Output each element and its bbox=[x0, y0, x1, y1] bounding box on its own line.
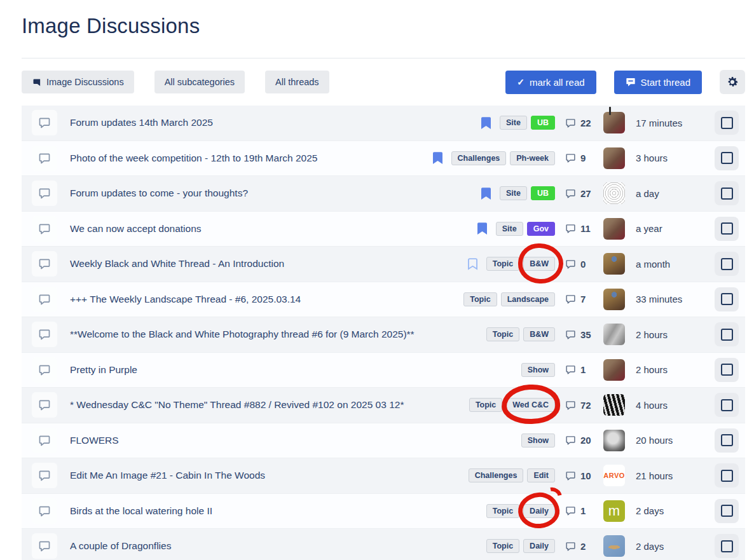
thread-title[interactable]: Forum updates to come - your thoughts? bbox=[70, 188, 481, 199]
select-thread-checkbox[interactable] bbox=[715, 322, 739, 346]
avatar-man[interactable] bbox=[603, 359, 625, 381]
avatar-arvo[interactable]: ARVO bbox=[603, 465, 625, 486]
last-activity-time[interactable]: 17 minutes bbox=[636, 118, 715, 128]
tag-challenges[interactable]: Challenges bbox=[451, 151, 507, 165]
tag-edit[interactable]: Edit bbox=[527, 468, 555, 482]
bookmark-outline-icon[interactable] bbox=[468, 258, 477, 270]
start-thread-button[interactable]: Start thread bbox=[614, 71, 702, 94]
select-thread-checkbox[interactable] bbox=[715, 393, 739, 417]
header-divider bbox=[22, 58, 745, 58]
tag-daily[interactable]: Daily bbox=[523, 539, 555, 553]
filter-all-threads[interactable]: All threads bbox=[265, 71, 329, 93]
bookmark-icon[interactable] bbox=[477, 222, 487, 235]
last-activity-time[interactable]: 33 minutes bbox=[636, 294, 715, 304]
tag-topic[interactable]: Topic bbox=[486, 539, 519, 553]
tag-ub[interactable]: UB bbox=[531, 116, 555, 130]
tag-group: SiteGov bbox=[496, 222, 555, 236]
bookmark-icon[interactable] bbox=[481, 188, 491, 200]
tag-daily[interactable]: Daily bbox=[523, 504, 555, 518]
avatar-spiral[interactable] bbox=[603, 182, 625, 204]
tag-topic[interactable]: Topic bbox=[486, 327, 519, 341]
last-activity-time[interactable]: 2 hours bbox=[636, 329, 715, 340]
select-thread-checkbox[interactable] bbox=[715, 428, 739, 453]
mark-all-read-button[interactable]: ✓ mark all read bbox=[505, 71, 596, 94]
avatar-man[interactable] bbox=[603, 112, 625, 133]
select-thread-checkbox[interactable] bbox=[715, 217, 739, 241]
thread-title[interactable]: +++ The Weekly Landscape Thread - #6, 20… bbox=[70, 294, 463, 305]
filter-image-discussions[interactable]: Image Discussions bbox=[22, 71, 134, 93]
last-activity-time[interactable]: 4 hours bbox=[636, 400, 715, 411]
select-thread-checkbox[interactable] bbox=[715, 181, 739, 205]
avatar-horse[interactable] bbox=[603, 289, 625, 310]
last-activity-time[interactable]: a year bbox=[636, 223, 715, 234]
avatar-bwperson[interactable] bbox=[603, 430, 625, 451]
last-activity-time[interactable]: 21 hours bbox=[636, 470, 715, 481]
thread-meta: TopicDaily bbox=[486, 504, 565, 518]
tag-landscape[interactable]: Landscape bbox=[501, 292, 555, 306]
thread-meta: Show bbox=[521, 363, 565, 377]
tag-b-w[interactable]: B&W bbox=[523, 327, 555, 341]
thread-title[interactable]: Weekly Black and White Thread - An Intro… bbox=[70, 258, 468, 270]
tag-b-w[interactable]: B&W bbox=[523, 257, 555, 271]
thread-title[interactable]: Birds at the local watering hole II bbox=[70, 505, 486, 517]
select-thread-checkbox[interactable] bbox=[715, 111, 739, 135]
checkbox-box bbox=[721, 152, 733, 164]
checkbox-box bbox=[721, 434, 733, 446]
tag-gov[interactable]: Gov bbox=[527, 222, 555, 236]
thread-title[interactable]: We can now accept donations bbox=[70, 223, 477, 235]
thread-bubble-icon bbox=[32, 357, 57, 383]
avatar-bwcar[interactable] bbox=[603, 324, 625, 345]
tag-site[interactable]: Site bbox=[500, 186, 527, 200]
tag-topic[interactable]: Topic bbox=[463, 292, 497, 306]
select-thread-checkbox[interactable] bbox=[715, 287, 739, 311]
comment-count-icon bbox=[565, 541, 576, 552]
settings-button[interactable] bbox=[720, 70, 745, 94]
tag-challenges[interactable]: Challenges bbox=[469, 468, 524, 482]
tag-site[interactable]: Site bbox=[496, 222, 523, 236]
bookmark-icon[interactable] bbox=[481, 117, 491, 129]
last-activity-time[interactable]: 20 hours bbox=[636, 435, 715, 446]
avatar-m[interactable]: m bbox=[603, 500, 625, 522]
checkbox-box bbox=[721, 258, 733, 270]
thread-title[interactable]: A couple of Dragonflies bbox=[70, 540, 486, 552]
tag-ub[interactable]: UB bbox=[531, 186, 555, 200]
last-activity-time[interactable]: 3 hours bbox=[636, 153, 715, 163]
avatar-zebra[interactable] bbox=[603, 394, 625, 416]
last-activity-time[interactable]: a day bbox=[636, 188, 715, 199]
thread-title[interactable]: Photo of the week competition - 12th to … bbox=[70, 153, 433, 164]
select-thread-checkbox[interactable] bbox=[715, 252, 739, 276]
tag-site[interactable]: Site bbox=[500, 116, 527, 130]
tag-group: SiteUB bbox=[500, 186, 555, 200]
tag-show[interactable]: Show bbox=[521, 363, 555, 377]
tag-topic[interactable]: Topic bbox=[486, 257, 519, 271]
thread-title[interactable]: * Wednesday C&C "No Theme" Thread #882 /… bbox=[70, 399, 469, 411]
select-thread-checkbox[interactable] bbox=[715, 146, 739, 170]
avatar-man[interactable] bbox=[603, 147, 625, 169]
last-activity-time[interactable]: a month bbox=[636, 259, 715, 270]
tag-wed-c-c[interactable]: Wed C&C bbox=[506, 398, 555, 412]
tag-show[interactable]: Show bbox=[521, 434, 555, 447]
bookmark-icon[interactable] bbox=[433, 152, 442, 164]
thread-title[interactable]: **Welcome to the Black and White Photogr… bbox=[70, 329, 486, 340]
avatar-man[interactable] bbox=[603, 218, 625, 240]
tag-topic[interactable]: Topic bbox=[486, 504, 519, 518]
last-activity-time[interactable]: 2 days bbox=[636, 541, 715, 552]
thread-title[interactable]: FLOWERS bbox=[70, 435, 521, 446]
select-thread-checkbox[interactable] bbox=[715, 499, 739, 523]
select-thread-checkbox[interactable] bbox=[715, 534, 739, 558]
select-thread-checkbox[interactable] bbox=[715, 463, 739, 488]
filter-all-subcategories[interactable]: All subcategories bbox=[154, 71, 245, 93]
forum-page: Image Discussions Image Discussions All … bbox=[0, 14, 754, 560]
reply-count-value: 7 bbox=[580, 294, 586, 304]
select-thread-checkbox[interactable] bbox=[715, 358, 739, 382]
thread-title[interactable]: Pretty in Purple bbox=[70, 364, 521, 376]
toolbar-actions: ✓ mark all read Start thread bbox=[505, 70, 745, 94]
thread-title[interactable]: Edit Me An Image #21 - Cabin In The Wood… bbox=[70, 470, 469, 481]
avatar-dragonfly[interactable] bbox=[603, 535, 625, 557]
thread-title[interactable]: Forum updates 14th March 2025 bbox=[70, 117, 481, 128]
avatar-horse[interactable] bbox=[603, 253, 625, 275]
last-activity-time[interactable]: 2 hours bbox=[636, 364, 715, 375]
tag-topic[interactable]: Topic bbox=[469, 398, 502, 412]
tag-ph-week[interactable]: Ph-week bbox=[510, 151, 555, 165]
last-activity-time[interactable]: 2 days bbox=[636, 505, 715, 516]
